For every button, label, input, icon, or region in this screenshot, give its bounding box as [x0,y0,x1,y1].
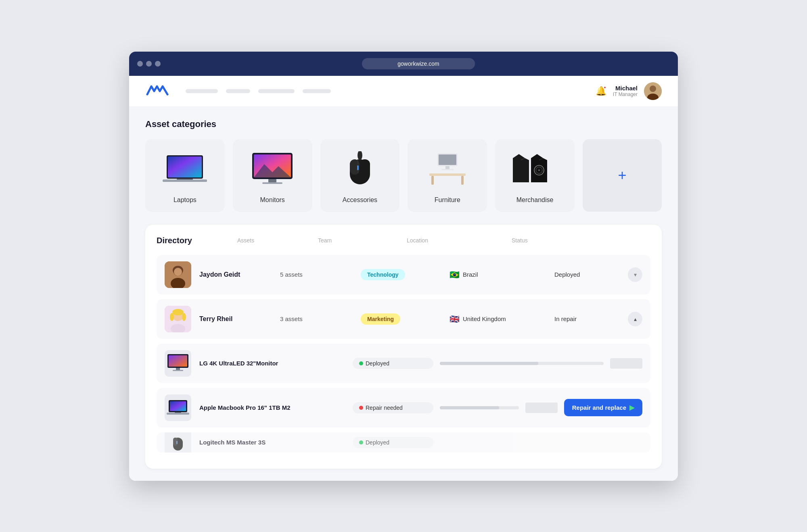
logitech-image [165,432,191,453]
category-monitors[interactable]: Monitors [233,139,312,212]
svg-point-36 [172,309,184,315]
svg-point-27 [538,169,540,171]
category-merchandise[interactable]: Merchandise [495,139,575,212]
svg-rect-21 [441,169,454,170]
status-dot-red [359,406,363,410]
person-row-terry[interactable]: Terry Rheil 3 assets Marketing 🇬🇧 United… [157,299,650,339]
furniture-image [419,147,476,192]
terry-action: ▴ [628,312,642,326]
address-bar [167,58,670,69]
nav-item-1[interactable] [186,89,218,93]
repair-replace-button[interactable]: Repair and replace ▶ [564,399,642,416]
category-laptops[interactable]: Laptops [145,139,225,212]
tshirt-icon [511,152,559,186]
terry-assets: 3 assets [280,315,361,322]
svg-point-38 [182,313,186,321]
lg-monitor-image [165,350,191,377]
avatar-terry [165,306,191,332]
lg-monitor-tag [610,358,642,369]
svg-rect-41 [176,368,180,370]
svg-point-17 [358,151,362,160]
jaydon-action: ▾ [628,267,642,282]
traffic-light-maximize[interactable] [155,61,161,67]
svg-rect-14 [360,159,370,175]
asset-row-macbook[interactable]: Apple Macbook Pro 16" 1TB M2 Repair need… [157,388,650,428]
accessories-label: Accessories [343,196,377,204]
logitech-name: Logitech MS Master 3S [199,439,353,446]
lg-monitor-icon [167,353,189,373]
nav-right: 🔔 Michael IT Manager [596,82,662,100]
user-name: Michael [613,85,638,92]
macbook-tag [525,403,558,413]
jaydon-team: Technology [361,269,449,280]
notification-dot [603,86,606,89]
nav-item-3[interactable] [258,89,295,93]
traffic-light-close[interactable] [137,61,143,67]
logitech-icon [170,434,186,451]
desk-icon [427,151,468,188]
terry-collapse-button[interactable]: ▴ [628,312,642,326]
main-content: Asset categories [129,107,678,481]
lg-monitor-status: Deployed [353,358,433,369]
terry-location-text: United Kingdom [463,315,506,322]
directory-section: Directory Assets Team Location Status [145,225,662,469]
jaydon-location-text: Brazil [463,271,478,278]
terry-status: In repair [554,315,619,322]
svg-rect-42 [173,370,183,371]
person-row-jaydon[interactable]: Jaydon Geidt 5 assets Technology 🇧🇷 Braz… [157,255,650,294]
asset-categories-title: Asset categories [145,119,662,129]
asset-row-logitech[interactable]: Logitech MS Master 3S Deployed [157,432,650,453]
svg-rect-11 [262,182,282,184]
jaydon-expand-button[interactable]: ▾ [628,267,642,282]
macbook-action: Repair and replace ▶ [564,399,642,416]
macbook-icon [167,399,189,417]
laptop-icon [163,153,207,186]
terry-team-badge: Marketing [361,313,400,325]
repair-replace-label: Repair and replace [572,404,626,411]
traffic-light-minimize[interactable] [146,61,152,67]
merchandise-image [507,147,563,192]
avatar-jaydon [165,261,191,288]
jaydon-assets: 5 assets [280,271,361,278]
asset-row-lg-monitor[interactable]: LG 4K UltraLED 32"Monitor Deployed [157,344,650,383]
browser-chrome [129,52,678,76]
terry-avatar-image [165,306,191,332]
svg-rect-23 [431,176,434,185]
nav-item-2[interactable] [226,89,250,93]
jaydon-team-badge: Technology [361,269,405,280]
monitors-image [244,147,301,192]
categories-grid: Laptops [145,139,662,212]
category-accessories[interactable]: Accessories [320,139,400,212]
add-category-card[interactable]: + [583,139,662,212]
column-headers: Assets Team Location Status [237,237,650,244]
url-input[interactable] [362,58,475,69]
accessories-image [332,147,388,192]
nav-item-4[interactable] [303,89,331,93]
directory-title: Directory [157,236,237,245]
lg-monitor-bar [440,362,604,365]
monitor-icon [250,152,295,186]
jaydon-flag: 🇧🇷 [449,270,460,280]
svg-rect-44 [170,401,186,411]
svg-point-37 [170,313,174,321]
logitech-status-text: Deployed [366,439,389,446]
nav-items [186,89,596,93]
laptops-image [157,147,213,192]
status-dot-green [359,361,363,365]
mouse-icon [346,151,374,188]
svg-rect-4 [168,156,202,177]
macbook-image [165,394,191,421]
svg-rect-10 [268,179,276,182]
category-furniture[interactable]: Furniture [408,139,487,212]
logitech-status-dot [359,440,363,444]
svg-rect-22 [429,173,466,176]
logo[interactable] [145,82,169,100]
asset-categories-section: Asset categories [145,119,662,212]
svg-rect-20 [445,166,449,169]
jaydon-name: Jaydon Geidt [199,271,280,278]
terry-location: 🇬🇧 United Kingdom [449,314,554,324]
avatar-image [644,82,662,100]
avatar[interactable] [644,82,662,100]
notifications-button[interactable]: 🔔 [596,86,606,96]
lg-status-text: Deployed [366,360,389,367]
